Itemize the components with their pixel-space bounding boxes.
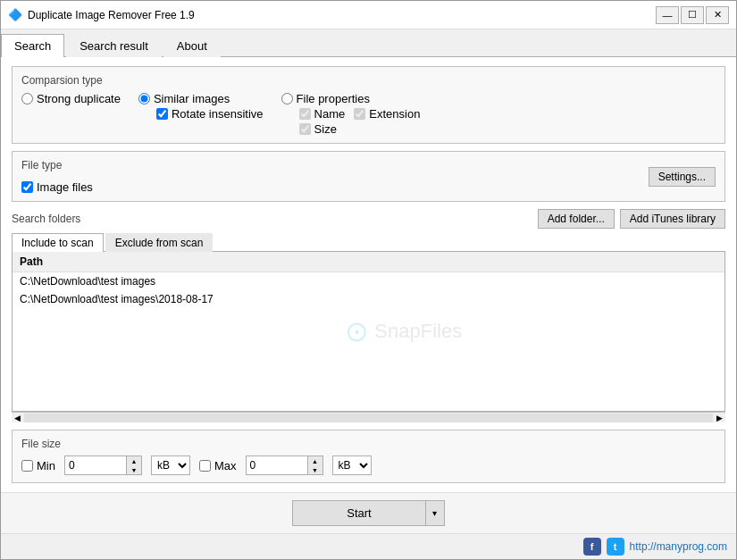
- name-label: Name: [314, 107, 346, 121]
- similar-images-group: Similar images Rotate insensitive: [138, 92, 264, 121]
- include-scan-tab[interactable]: Include to scan: [12, 233, 104, 252]
- exclude-scan-tab[interactable]: Exclude from scan: [105, 233, 214, 252]
- filesize-row: Min ▲ ▼ kB MB GB Max: [21, 456, 716, 475]
- main-content: Comparsion type Strong duplicate Similar…: [1, 57, 736, 492]
- file-properties-option[interactable]: File properties: [281, 92, 421, 105]
- main-window: 🔷 Duplicate Image Remover Free 1.9 — ☐ ✕…: [0, 0, 737, 560]
- image-files-checkbox[interactable]: [21, 181, 33, 193]
- file-props-extension-option[interactable]: Extension: [354, 107, 420, 121]
- max-value-input[interactable]: [246, 456, 308, 475]
- folders-tabs: Include to scan Exclude from scan: [12, 232, 725, 252]
- scroll-right-arrow[interactable]: ▶: [714, 414, 725, 422]
- image-files-label: Image files: [37, 180, 93, 194]
- similar-images-label: Similar images: [154, 92, 230, 105]
- extension-checkbox[interactable]: [354, 108, 365, 120]
- strong-duplicate-label: Strong duplicate: [37, 92, 121, 105]
- size-label: Size: [314, 122, 337, 136]
- sub-options: Rotate insensitive: [156, 107, 264, 121]
- file-props-sub-options: Name Extension Size: [299, 107, 421, 136]
- strong-duplicate-option[interactable]: Strong duplicate: [21, 92, 121, 105]
- bottom-bar: Start ▾: [1, 492, 736, 533]
- rotate-insensitive-option[interactable]: Rotate insensitive: [156, 107, 264, 121]
- scrollbar-track[interactable]: [24, 414, 713, 422]
- search-folders-label: Search folders: [12, 213, 80, 225]
- file-properties-radio[interactable]: [281, 93, 293, 104]
- extension-label: Extension: [369, 107, 420, 121]
- tab-about[interactable]: About: [163, 34, 221, 57]
- window-title: Duplicate Image Remover Free 1.9: [28, 9, 656, 21]
- minimize-button[interactable]: —: [656, 6, 679, 24]
- add-itunes-button[interactable]: Add iTunes library: [620, 209, 725, 229]
- min-checkbox[interactable]: [21, 460, 33, 472]
- table-row[interactable]: C:\NetDownload\test images\2018-08-17: [13, 290, 724, 308]
- min-label: Min: [37, 459, 55, 472]
- horizontal-scrollbar[interactable]: ◀ ▶: [12, 412, 725, 422]
- title-bar-buttons: — ☐ ✕: [656, 6, 729, 24]
- max-unit-select[interactable]: kB MB GB: [332, 456, 372, 475]
- file-size-section: File size Min ▲ ▼ kB MB GB: [12, 430, 725, 483]
- website-link[interactable]: http://manyprog.com: [630, 540, 727, 553]
- add-folder-button[interactable]: Add folder...: [538, 209, 615, 229]
- max-spinner: ▲ ▼: [308, 456, 323, 475]
- file-properties-label: File properties: [297, 92, 370, 105]
- search-folders-header-row: Search folders Add folder... Add iTunes …: [12, 209, 725, 229]
- main-tabs: Search Search result About: [1, 29, 736, 57]
- max-up-button[interactable]: ▲: [308, 456, 322, 465]
- file-type-section: File type Image files Settings...: [12, 151, 725, 202]
- settings-button[interactable]: Settings...: [649, 167, 716, 187]
- file-properties-group: File properties Name Extension: [281, 92, 421, 136]
- min-spinner: ▲ ▼: [127, 456, 142, 475]
- name-checkbox[interactable]: [299, 108, 311, 120]
- max-checkbox[interactable]: [199, 460, 211, 472]
- table-row[interactable]: C:\NetDownload\test images: [13, 272, 724, 290]
- similar-images-option[interactable]: Similar images: [138, 92, 264, 105]
- comparison-type-section: Comparsion type Strong duplicate Similar…: [12, 66, 725, 144]
- max-label: Max: [214, 459, 237, 472]
- folder-buttons: Add folder... Add iTunes library: [538, 209, 725, 229]
- start-dropdown-button[interactable]: ▾: [425, 500, 445, 526]
- file-size-label: File size: [21, 438, 716, 450]
- size-checkbox[interactable]: [299, 123, 311, 135]
- file-type-row: File type Image files Settings...: [21, 159, 716, 194]
- tab-search-result[interactable]: Search result: [66, 34, 162, 57]
- close-button[interactable]: ✕: [706, 6, 729, 24]
- app-icon: 🔷: [8, 8, 22, 22]
- tab-search[interactable]: Search: [1, 34, 64, 57]
- rotate-insensitive-label: Rotate insensitive: [172, 107, 264, 121]
- watermark: ⊙ SnapFiles: [345, 314, 462, 348]
- min-value-input[interactable]: [64, 456, 127, 475]
- folders-panel: Include to scan Exclude from scan Path C…: [12, 232, 725, 422]
- start-button-group: Start ▾: [292, 500, 444, 526]
- file-props-size-option[interactable]: Size: [299, 122, 421, 136]
- comparison-type-label: Comparsion type: [21, 74, 716, 87]
- similar-images-radio[interactable]: [138, 93, 150, 104]
- start-button[interactable]: Start: [292, 500, 424, 526]
- maximize-button[interactable]: ☐: [681, 6, 704, 24]
- rotate-insensitive-checkbox[interactable]: [156, 108, 168, 120]
- max-down-button[interactable]: ▼: [308, 465, 322, 474]
- file-type-left: File type Image files: [21, 159, 93, 194]
- strong-duplicate-radio[interactable]: [21, 93, 33, 104]
- max-checkbox-group[interactable]: Max: [199, 459, 237, 472]
- title-bar: 🔷 Duplicate Image Remover Free 1.9 — ☐ ✕: [1, 1, 736, 29]
- footer: f t http://manyprog.com: [1, 533, 736, 559]
- file-type-label: File type: [21, 159, 93, 171]
- file-props-name-option[interactable]: Name: [299, 107, 346, 121]
- search-folders-section: Search folders Add folder... Add iTunes …: [12, 209, 725, 422]
- facebook-icon[interactable]: f: [583, 538, 601, 556]
- fb-label: f: [590, 541, 594, 552]
- min-checkbox-group[interactable]: Min: [21, 459, 55, 472]
- watermark-logo: ⊙: [345, 314, 369, 348]
- twitter-icon[interactable]: t: [607, 538, 624, 556]
- min-down-button[interactable]: ▼: [127, 465, 141, 474]
- tw-label: t: [614, 541, 617, 552]
- min-unit-select[interactable]: kB MB GB: [151, 456, 190, 475]
- comparison-type-row: Strong duplicate Similar images Rotate i…: [21, 92, 716, 136]
- folders-content: Path C:\NetDownload\test images C:\NetDo…: [12, 252, 725, 412]
- file-props-name-ext-row: Name Extension: [299, 107, 421, 121]
- scroll-left-arrow[interactable]: ◀: [12, 414, 23, 422]
- image-files-option[interactable]: Image files: [21, 180, 93, 194]
- max-value-group: ▲ ▼: [246, 456, 323, 475]
- min-up-button[interactable]: ▲: [127, 456, 141, 465]
- watermark-text: SnapFiles: [374, 320, 462, 343]
